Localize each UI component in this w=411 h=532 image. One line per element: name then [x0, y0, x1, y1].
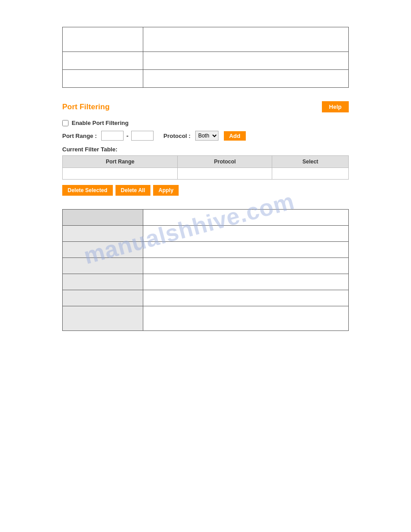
section-header: Port Filtering Help	[62, 101, 349, 112]
port-range-label: Port Range :	[62, 133, 97, 139]
bottom-table-cell-r3c0	[63, 258, 143, 274]
filter-table-cell-empty-range	[63, 168, 178, 180]
filter-table-header-protocol: Protocol	[178, 156, 272, 168]
bottom-table-cell-r0c1	[143, 210, 349, 226]
port-to-input[interactable]	[131, 131, 154, 141]
bottom-table-cell-r6c0	[63, 306, 143, 331]
apply-button[interactable]: Apply	[153, 185, 179, 196]
top-table-cell-r2c0	[63, 70, 143, 88]
top-table-cell-r1c1	[143, 52, 349, 70]
bottom-table-cell-r5c1	[143, 290, 349, 306]
bottom-table-cell-r5c0	[63, 290, 143, 306]
help-button[interactable]: Help	[322, 101, 349, 112]
section-title: Port Filtering	[62, 103, 110, 112]
filter-table: Port Range Protocol Select	[62, 155, 349, 180]
bottom-table	[62, 209, 349, 331]
delete-all-button[interactable]: Delete All	[116, 185, 150, 196]
bottom-table-cell-r2c0	[63, 242, 143, 258]
add-button[interactable]: Add	[224, 131, 246, 141]
bottom-table-cell-r0c0	[63, 210, 143, 226]
current-filter-label: Current Filter Table:	[62, 146, 349, 153]
enable-port-filtering-checkbox[interactable]	[62, 120, 68, 126]
delete-selected-button[interactable]: Delete Selected	[62, 185, 113, 196]
port-filtering-section: Port Filtering Help Enable Port Filterin…	[62, 101, 349, 196]
bottom-table-cell-r6c1	[143, 306, 349, 331]
bottom-table-cell-r1c1	[143, 226, 349, 242]
top-table-cell-r0c1	[143, 27, 349, 52]
port-separator: -	[126, 132, 128, 139]
bottom-table-cell-r3c1	[143, 258, 349, 274]
top-table	[62, 27, 349, 88]
filter-table-header-port-range: Port Range	[63, 156, 178, 168]
filter-table-row-empty	[63, 168, 349, 180]
port-from-input[interactable]	[101, 131, 124, 141]
bottom-table-cell-r4c0	[63, 274, 143, 290]
enable-row: Enable Port Filtering	[62, 120, 349, 126]
port-range-row: Port Range : - Protocol : Both TCP UDP A…	[62, 131, 349, 141]
filter-table-cell-empty-select	[272, 168, 349, 180]
action-buttons: Delete Selected Delete All Apply	[62, 185, 349, 196]
filter-table-cell-empty-protocol	[178, 168, 272, 180]
bottom-table-cell-r4c1	[143, 274, 349, 290]
top-table-cell-r2c1	[143, 70, 349, 88]
protocol-label: Protocol :	[163, 133, 191, 139]
protocol-select[interactable]: Both TCP UDP	[195, 131, 218, 141]
top-table-cell-r0c0	[63, 27, 143, 52]
filter-table-header-select: Select	[272, 156, 349, 168]
top-table-cell-r1c0	[63, 52, 143, 70]
enable-port-filtering-label: Enable Port Filtering	[72, 120, 128, 126]
bottom-table-cell-r2c1	[143, 242, 349, 258]
bottom-table-cell-r1c0	[63, 226, 143, 242]
